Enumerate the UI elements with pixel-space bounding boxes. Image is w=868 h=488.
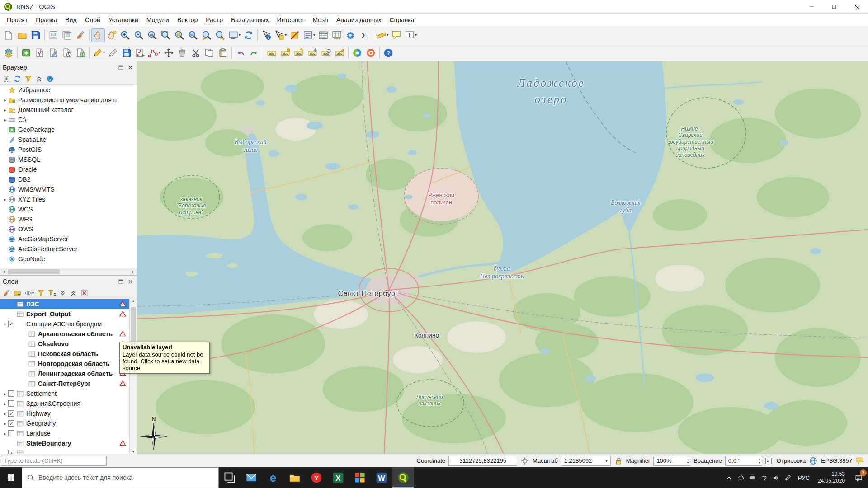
menu-item[interactable]: Интернет <box>273 15 308 25</box>
browser-item[interactable]: WCS <box>0 204 137 214</box>
action-center-button[interactable]: 3 <box>849 467 868 488</box>
zoom-next[interactable]: ▾ <box>213 28 227 42</box>
menu-item[interactable]: Установки <box>104 15 142 25</box>
save-project[interactable]: ▾ <box>29 28 42 42</box>
layer-item[interactable]: ▸ Здания&Строения <box>0 399 137 408</box>
expand-arrow-icon[interactable]: ▸ <box>2 197 8 202</box>
layer-item[interactable]: Oksukovo <box>0 339 137 349</box>
rotate-label[interactable]: abc▾ <box>319 46 333 60</box>
pen[interactable] <box>782 467 794 488</box>
new-temporary-scratch-layer[interactable]: ▾ <box>60 46 74 60</box>
expand-arrow-icon[interactable]: ▸ <box>2 117 8 122</box>
qgis-app[interactable] <box>392 467 414 488</box>
undock-panel-button[interactable] <box>117 277 125 286</box>
expand-arrow-icon[interactable]: ▸ <box>2 411 8 416</box>
map-canvas[interactable]: N ЛадожскоеозероНижне-Свирскийгосударств… <box>137 61 868 454</box>
browser-item[interactable]: GeoNode <box>0 254 137 264</box>
new-project[interactable]: ▾ <box>2 28 15 42</box>
menu-item[interactable]: Правка <box>32 15 61 25</box>
open-project[interactable]: ▾ <box>15 28 29 42</box>
taskbar-clock[interactable]: 19:53 24.05.2020 <box>814 467 849 488</box>
layer-visibility-checkbox[interactable] <box>8 400 14 407</box>
copy-features[interactable]: ▾ <box>203 46 216 60</box>
language-indicator[interactable]: РУС <box>794 467 814 488</box>
layer-visibility-checkbox[interactable]: ✓ <box>8 420 14 427</box>
layer-visibility-checkbox[interactable] <box>8 390 14 397</box>
layer-visibility-checkbox[interactable]: ✓ <box>8 321 14 327</box>
layer-item[interactable]: ▾ ✓ Станции АЗС по брендам <box>0 319 137 329</box>
render-checkbox[interactable]: ✓ <box>765 458 772 464</box>
spinner-arrows-icon[interactable]: ▴▾ <box>687 458 689 464</box>
cut-features[interactable]: ▾ <box>189 46 203 60</box>
scale-combobox[interactable]: 1:2185092▾ <box>561 456 611 466</box>
rotation-spinner[interactable]: 0,0 °▴▾ <box>725 456 762 466</box>
filter-legend[interactable]: ▾ <box>37 288 45 298</box>
warning-icon[interactable] <box>119 300 126 307</box>
warning-icon[interactable] <box>119 380 126 387</box>
layer-item[interactable]: StateBoundary <box>0 438 137 448</box>
layer-item[interactable]: ✓ <box>0 448 137 454</box>
layer-item[interactable]: Архангельская область <box>0 329 137 339</box>
browser-item[interactable]: SpatiaLite <box>0 135 137 145</box>
lock-scale-icon[interactable] <box>614 456 623 465</box>
zoom-full[interactable]: ▾ <box>159 28 173 42</box>
open-attribute-table[interactable]: ▾ <box>316 28 330 42</box>
scrollbar-thumb[interactable] <box>8 269 60 274</box>
expand-arrow-icon[interactable]: ▾ <box>2 322 8 327</box>
browser-item[interactable]: ▸ Размещение по умолчанию для п <box>0 95 137 105</box>
processing-toolbox[interactable]: ▾ <box>344 28 357 42</box>
new-virtual-layer[interactable]: ▾ <box>74 46 87 60</box>
select-features[interactable]: ▾ <box>273 28 288 42</box>
current-edits[interactable]: ▾ <box>91 46 106 60</box>
toggle-editing[interactable]: ▾ <box>106 46 120 60</box>
layer-visibility-checkbox[interactable]: ✓ <box>8 410 14 417</box>
layer-item[interactable]: ПЗС <box>0 299 137 309</box>
browser-item[interactable]: Избранное <box>0 85 137 95</box>
menu-item[interactable]: Слой <box>81 15 104 25</box>
help[interactable]: ?▾ <box>382 46 395 60</box>
close-panel-button[interactable] <box>126 277 134 286</box>
pan-to-selection[interactable]: ▾ <box>105 28 118 42</box>
open-layer-styling[interactable]: ▾ <box>2 288 11 298</box>
layer-labeling[interactable]: abc▾ <box>265 46 278 60</box>
messages-icon[interactable] <box>855 456 864 465</box>
layer-item[interactable]: Санкт-Петербург <box>0 379 137 389</box>
menu-item[interactable]: Вид <box>61 15 80 25</box>
layer-item[interactable]: Псковская область <box>0 349 137 359</box>
task-view[interactable] <box>219 467 241 488</box>
delete-selected[interactable]: ▾ <box>175 46 189 60</box>
change-label[interactable]: abc▾ <box>333 46 346 60</box>
layout-manager[interactable]: ▾ <box>60 28 74 42</box>
zoom-last[interactable]: ▾ <box>200 28 213 42</box>
crs-label[interactable]: EPSG:3857 <box>821 457 852 464</box>
new-print-layout[interactable]: ▾ <box>47 28 60 42</box>
add-group[interactable]: ▾ <box>13 288 22 298</box>
collapse-all-browser[interactable]: ▾ <box>35 74 43 84</box>
text-annotation[interactable]: T▾ <box>403 28 418 42</box>
layer-visibility-checkbox[interactable] <box>8 430 14 436</box>
cloud[interactable] <box>735 467 747 488</box>
filter-browser[interactable]: ▾ <box>24 74 33 84</box>
warning-icon[interactable] <box>119 440 126 446</box>
expand-all[interactable]: ▾ <box>58 288 67 298</box>
layer-item[interactable]: Ленинградская область <box>0 369 137 379</box>
layer-visibility-checkbox[interactable]: ✓ <box>8 450 14 454</box>
coordinate-value[interactable]: 3112725,8322195 <box>448 456 517 466</box>
locate-input[interactable] <box>1 456 107 466</box>
minimize-button[interactable] <box>800 0 823 13</box>
move-label[interactable]: abc▾ <box>306 46 319 60</box>
browser-item[interactable]: ArcGisFeatureServer <box>0 244 137 254</box>
warning-icon[interactable] <box>119 310 126 317</box>
new-map-view[interactable]: ▾ <box>227 28 242 42</box>
select-by-form[interactable]: ▾ <box>302 28 316 42</box>
layer-item[interactable]: Новгородская область <box>0 359 137 369</box>
highlight-pinned-labels[interactable]: abc▾ <box>292 46 306 60</box>
layer-item[interactable]: Export_Output <box>0 309 137 319</box>
browser-item[interactable]: ▸ Домашний каталог <box>0 105 137 115</box>
field-calculator[interactable]: ▾ <box>330 28 344 42</box>
browser-item[interactable]: ▸ XYZ Tiles <box>0 194 137 204</box>
browser-item[interactable]: GeoPackage <box>0 125 137 135</box>
hidden-icons[interactable] <box>723 467 735 488</box>
deselect-features[interactable]: ▾ <box>288 28 302 42</box>
menu-item[interactable]: Проект <box>3 15 32 25</box>
